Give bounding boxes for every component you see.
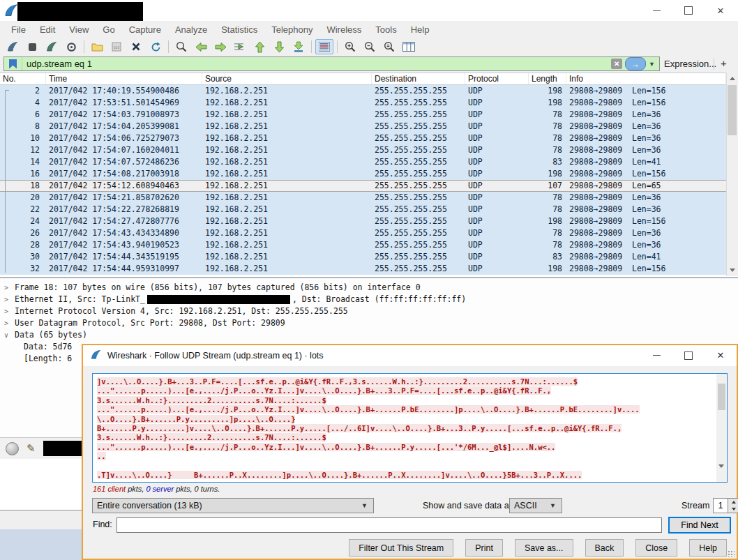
menu-item-edit[interactable]: Edit bbox=[33, 24, 62, 35]
stream-number-stepper[interactable]: 1 bbox=[713, 498, 738, 513]
collapsed-icon[interactable]: > bbox=[4, 282, 15, 294]
column-header-no[interactable]: No. bbox=[0, 73, 46, 84]
collapsed-icon[interactable]: > bbox=[4, 294, 15, 305]
restart-capture-icon[interactable] bbox=[43, 39, 61, 54]
stream-scrollbar-thumb[interactable] bbox=[718, 384, 725, 410]
scroll-down-icon[interactable] bbox=[727, 264, 738, 276]
save-file-icon[interactable]: 010 bbox=[107, 39, 126, 54]
column-header-source[interactable]: Source bbox=[202, 73, 372, 84]
collapsed-icon[interactable]: > bbox=[4, 317, 15, 329]
go-to-packet-icon[interactable] bbox=[231, 39, 249, 54]
back-button[interactable]: Back bbox=[585, 539, 624, 557]
go-last-packet-icon[interactable] bbox=[270, 39, 288, 54]
format-select[interactable]: ASCII ▼ bbox=[509, 498, 562, 513]
stream-scroll-down-icon[interactable] bbox=[718, 468, 724, 480]
details-line[interactable]: >Internet Protocol Version 4, Src: 192.1… bbox=[0, 305, 738, 317]
menu-item-go[interactable]: Go bbox=[96, 24, 121, 35]
start-capture-icon[interactable] bbox=[3, 39, 22, 54]
packet-row[interactable]: 22017/042 17:40:19.554900486192.168.2.25… bbox=[0, 85, 726, 97]
expression-button[interactable]: Expression... bbox=[664, 59, 716, 69]
packet-row[interactable]: 142017/042 17:54:07.572486236192.168.2.2… bbox=[0, 156, 726, 168]
stepper-up-icon[interactable] bbox=[728, 499, 738, 506]
close-file-icon[interactable] bbox=[127, 39, 145, 54]
filter-apply-button[interactable]: → bbox=[625, 57, 646, 70]
dialog-close-button[interactable]: ✕ bbox=[705, 345, 737, 365]
packet-row[interactable]: 282017/042 17:54:43.940190523192.168.2.2… bbox=[0, 239, 726, 251]
menu-item-wireless[interactable]: Wireless bbox=[319, 24, 368, 35]
zoom-reset-icon[interactable] bbox=[380, 39, 398, 54]
menu-item-statistics[interactable]: Statistics bbox=[214, 24, 264, 35]
column-header-time[interactable]: Time bbox=[46, 73, 202, 84]
packet-row[interactable]: 202017/042 17:54:21.858702620192.168.2.2… bbox=[0, 192, 726, 204]
packet-row[interactable]: 82017/042 17:54:04.205399081192.168.2.25… bbox=[0, 121, 726, 133]
menu-item-telephony[interactable]: Telephony bbox=[264, 24, 319, 35]
auto-scroll-icon[interactable] bbox=[289, 39, 308, 54]
stop-capture-icon[interactable] bbox=[23, 39, 41, 54]
column-header-length[interactable]: Length bbox=[529, 73, 566, 84]
conversation-select[interactable]: Entire conversation (13 kB) ▼ bbox=[92, 498, 374, 513]
stream-content[interactable]: ]v....\..O....}.B+...3..P.F=....[...sf.e… bbox=[92, 373, 728, 483]
stepper-down-icon[interactable] bbox=[728, 506, 738, 513]
packet-row[interactable]: 162017/042 17:54:08.217003918192.168.2.2… bbox=[0, 168, 726, 180]
zoom-out-icon[interactable] bbox=[361, 39, 379, 54]
filter-bookmark-button[interactable] bbox=[4, 57, 22, 70]
go-forward-icon[interactable] bbox=[211, 39, 229, 54]
column-header-destination[interactable]: Destination bbox=[372, 73, 465, 84]
reload-file-icon[interactable] bbox=[146, 39, 165, 54]
dialog-maximize-button[interactable] bbox=[672, 345, 705, 365]
close-button[interactable]: Close bbox=[635, 539, 677, 557]
find-packet-icon[interactable] bbox=[172, 39, 190, 54]
packet-row[interactable]: 62017/042 17:54:03.791008973192.168.2.25… bbox=[0, 109, 726, 121]
packet-list-scrollbar[interactable] bbox=[726, 73, 738, 276]
packet-row[interactable]: 222017/042 17:54:22.278268819192.168.2.2… bbox=[0, 204, 726, 215]
details-line[interactable]: >User Datagram Protocol, Src Port: 29808… bbox=[0, 317, 738, 329]
print-button[interactable]: Print bbox=[465, 539, 503, 557]
column-header-info[interactable]: Info bbox=[566, 73, 726, 84]
menu-item-analyze[interactable]: Analyze bbox=[168, 24, 214, 35]
expanded-icon[interactable]: ∨ bbox=[4, 329, 15, 341]
menu-item-file[interactable]: File bbox=[4, 24, 33, 35]
scrollbar-thumb[interactable] bbox=[728, 85, 737, 135]
stream-scrollbar[interactable] bbox=[716, 374, 727, 482]
minimize-button[interactable] bbox=[640, 0, 672, 21]
filter-out-this-stream-button[interactable]: Filter Out This Stream bbox=[349, 539, 453, 557]
maximize-button[interactable] bbox=[672, 0, 705, 21]
stepper-buttons[interactable] bbox=[728, 498, 738, 513]
packet-row[interactable]: 42017/042 17:53:51.501454969192.168.2.25… bbox=[0, 97, 726, 109]
close-button[interactable]: ✕ bbox=[705, 0, 737, 21]
packet-row[interactable]: 322017/042 17:54:44.959310997192.168.2.2… bbox=[0, 263, 726, 275]
packet-row[interactable]: 242017/042 17:54:27.472807776192.168.2.2… bbox=[0, 215, 726, 227]
filter-add-button[interactable]: + bbox=[721, 57, 727, 69]
collapsed-icon[interactable]: > bbox=[4, 305, 15, 317]
zoom-in-icon[interactable] bbox=[341, 39, 359, 54]
stream-number-value[interactable]: 1 bbox=[713, 498, 728, 513]
find-next-button[interactable]: Find Next bbox=[668, 517, 731, 533]
display-filter-value[interactable]: udp.stream eq 1 bbox=[22, 59, 611, 69]
packet-row[interactable]: 262017/042 17:54:43.434334890192.168.2.2… bbox=[0, 227, 726, 239]
open-file-icon[interactable] bbox=[88, 39, 106, 54]
menu-item-view[interactable]: View bbox=[62, 24, 96, 35]
display-filter-input[interactable]: udp.stream eq 1 ✕ → ▼ bbox=[3, 56, 660, 71]
menu-item-capture[interactable]: Capture bbox=[122, 24, 168, 35]
packet-row[interactable]: 102017/042 17:54:06.725279073192.168.2.2… bbox=[0, 133, 726, 144]
dialog-minimize-button[interactable] bbox=[640, 345, 672, 365]
scroll-up-icon[interactable] bbox=[727, 73, 738, 84]
packet-row[interactable]: 302017/042 17:54:44.343519195192.168.2.2… bbox=[0, 251, 726, 263]
capture-options-icon[interactable] bbox=[62, 39, 80, 54]
save-as-button[interactable]: Save as... bbox=[515, 539, 573, 557]
go-first-packet-icon[interactable] bbox=[250, 39, 269, 54]
filter-clear-button[interactable]: ✕ bbox=[611, 59, 622, 69]
filter-dropdown-caret[interactable]: ▼ bbox=[646, 61, 659, 68]
find-input[interactable] bbox=[116, 517, 662, 533]
capture-comment-icon[interactable]: ✎ bbox=[27, 442, 36, 455]
colorize-packets-icon[interactable] bbox=[315, 39, 333, 54]
resize-columns-icon[interactable] bbox=[400, 39, 418, 54]
resize-grip[interactable] bbox=[728, 550, 735, 557]
packet-row[interactable]: 182017/042 17:54:12.608940463192.168.2.2… bbox=[0, 180, 726, 192]
menu-item-tools[interactable]: Tools bbox=[368, 24, 403, 35]
packet-row[interactable]: 122017/042 17:54:07.160204011192.168.2.2… bbox=[0, 144, 726, 156]
column-header-protocol[interactable]: Protocol bbox=[465, 73, 529, 84]
menu-item-help[interactable]: Help bbox=[404, 24, 437, 35]
details-line[interactable]: ∨Data (65 bytes) bbox=[0, 329, 738, 341]
details-line[interactable]: >Frame 18: 107 bytes on wire (856 bits),… bbox=[0, 282, 738, 294]
